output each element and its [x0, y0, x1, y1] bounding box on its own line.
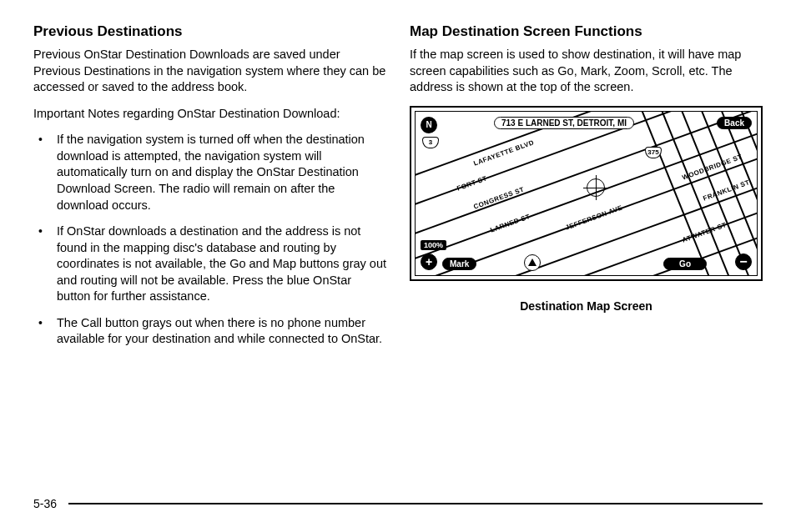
manual-page: Previous Destinations Previous OnStar De… — [0, 0, 796, 532]
destination-map-screen: LAFAYETTE BLVD FORT ST CONGRESS ST LARNE… — [410, 106, 763, 281]
back-button[interactable]: Back — [717, 117, 752, 129]
route-shield-3: 3 — [422, 137, 439, 148]
vehicle-position-icon — [524, 254, 541, 271]
left-column: Previous Destinations Previous OnStar De… — [33, 23, 386, 358]
zoom-out-button[interactable]: − — [735, 253, 752, 270]
prev-dest-para-1: Previous OnStar Destination Downloads ar… — [33, 47, 386, 96]
map-canvas[interactable]: LAFAYETTE BLVD FORT ST CONGRESS ST LARNE… — [415, 111, 758, 276]
route-shield-375: 375 — [645, 147, 662, 158]
address-bar: 713 E LARNED ST, DETROIT, MI — [494, 117, 634, 129]
zoom-in-button[interactable]: + — [421, 253, 437, 270]
notes-list: If the navigation system is turned off w… — [33, 132, 386, 348]
destination-crosshair-icon — [587, 178, 605, 197]
right-column: Map Destination Screen Functions If the … — [410, 23, 763, 358]
two-column-layout: Previous Destinations Previous OnStar De… — [33, 23, 763, 358]
map-func-heading: Map Destination Screen Functions — [410, 23, 763, 40]
footer-rule — [68, 503, 763, 504]
figure-caption: Destination Map Screen — [410, 299, 763, 313]
go-button[interactable]: Go — [663, 258, 707, 270]
map-func-para: If the map screen is used to show destin… — [410, 47, 763, 96]
mark-button[interactable]: Mark — [442, 258, 476, 270]
list-item: If OnStar downloads a destination and th… — [52, 223, 386, 305]
north-indicator-icon[interactable]: N — [421, 117, 437, 133]
page-number: 5-36 — [33, 497, 57, 510]
prev-dest-para-2: Important Notes regarding OnStar Destina… — [33, 106, 386, 123]
list-item: The Call button grays out when there is … — [52, 315, 386, 348]
prev-dest-heading: Previous Destinations — [33, 23, 386, 40]
page-footer: 5-36 — [33, 497, 763, 510]
map-scale-badge: 100% — [421, 240, 446, 250]
list-item: If the navigation system is turned off w… — [52, 132, 386, 213]
